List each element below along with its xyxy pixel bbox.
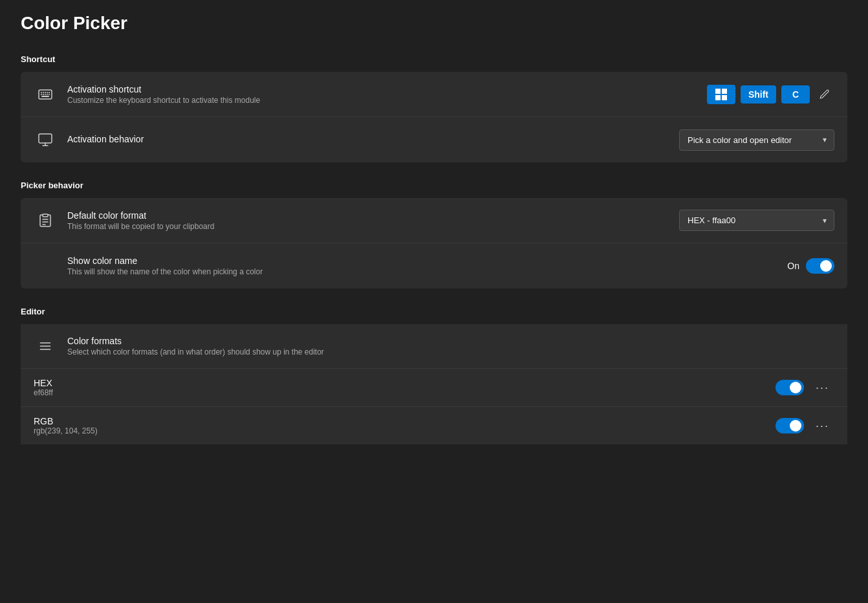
color-formats-desc: Select which color formats (and in what … [67,347,834,356]
picker-behavior-section: Picker behavior Default color format Thi… [21,181,847,289]
win-key [707,85,735,104]
default-color-format-control: HEX - ffaa00 RGB - rgb(255, 170, 0) HSL … [679,210,834,231]
editor-section-label: Editor [21,307,847,316]
rgb-toggle-slider [776,418,804,433]
activation-shortcut-desc: Customize the keyboard shortcut to activ… [67,96,707,105]
picker-behavior-section-label: Picker behavior [21,181,847,190]
show-color-name-toggle[interactable] [806,258,834,274]
activation-behavior-row: Activation behavior Pick a color and ope… [21,117,847,162]
show-color-name-title: Show color name [67,256,787,266]
show-color-name-content: Show color name This will show the name … [34,256,787,276]
hex-more-options-button[interactable]: ··· [810,378,834,397]
color-formats-content: Color formats Select which color formats… [67,336,834,356]
edit-shortcut-button[interactable] [815,85,834,104]
shortcut-section-label: Shortcut [21,54,847,64]
show-color-name-row: Show color name This will show the name … [21,243,847,289]
hex-format-controls: ··· [776,378,834,397]
default-color-format-title: Default color format [67,210,679,221]
svg-rect-15 [43,214,48,217]
activation-behavior-dropdown-wrapper: Pick a color and open editor Pick a colo… [679,129,834,151]
default-color-format-dropdown[interactable]: HEX - ffaa00 RGB - rgb(255, 170, 0) HSL … [679,210,834,231]
activation-behavior-control: Pick a color and open editor Pick a colo… [679,129,834,151]
show-color-name-desc: This will show the name of the color whe… [67,267,787,276]
rgb-format-row: RGB rgb(239, 104, 255) ··· [21,407,847,444]
toggle-slider [806,258,834,274]
monitor-icon [34,128,57,151]
editor-card: Color formats Select which color formats… [21,324,847,444]
rgb-more-options-button[interactable]: ··· [810,417,834,435]
keyboard-icon [34,83,57,106]
default-color-format-dropdown-wrapper: HEX - ffaa00 RGB - rgb(255, 170, 0) HSL … [679,210,834,231]
color-formats-header-row: Color formats Select which color formats… [21,324,847,369]
windows-logo-icon [715,89,727,100]
show-color-name-toggle-container: On [787,258,834,274]
c-key: C [781,85,810,104]
svg-rect-12 [39,134,52,143]
shortcut-section: Shortcut [21,54,847,162]
default-color-format-row: Default color format This format will be… [21,198,847,243]
show-color-name-control: On [787,258,834,274]
hex-toggle[interactable] [776,380,804,395]
clipboard-icon [34,209,57,232]
activation-shortcut-control: Shift C [707,85,834,104]
color-formats-title: Color formats [67,336,834,346]
hex-toggle-slider [776,380,804,395]
rgb-format-value: rgb(239, 104, 255) [34,426,776,435]
hex-format-row: HEX ef68ff ··· [21,369,847,407]
shortcut-card: Activation shortcut Customize the keyboa… [21,72,847,162]
list-icon [34,334,57,358]
hex-format-info: HEX ef68ff [34,378,776,397]
shift-key: Shift [741,85,776,104]
default-color-format-desc: This format will be copied to your clipb… [67,222,679,231]
activation-shortcut-title: Activation shortcut [67,84,707,94]
picker-behavior-card: Default color format This format will be… [21,198,847,289]
activation-shortcut-row: Activation shortcut Customize the keyboa… [21,72,847,117]
hex-format-value: ef68ff [34,388,776,397]
show-color-name-toggle-label: On [787,261,799,271]
activation-behavior-content: Activation behavior [67,134,679,146]
rgb-format-name: RGB [34,416,776,426]
rgb-format-controls: ··· [776,417,834,435]
activation-shortcut-content: Activation shortcut Customize the keyboa… [67,84,707,105]
activation-behavior-dropdown[interactable]: Pick a color and open editor Pick a colo… [679,129,834,151]
default-color-format-content: Default color format This format will be… [67,210,679,231]
hex-format-name: HEX [34,378,776,388]
editor-section: Editor Color formats Select which color … [21,307,847,444]
rgb-format-info: RGB rgb(239, 104, 255) [34,416,776,435]
page-title: Color Picker [21,13,847,34]
rgb-toggle[interactable] [776,418,804,433]
activation-behavior-title: Activation behavior [67,134,679,144]
